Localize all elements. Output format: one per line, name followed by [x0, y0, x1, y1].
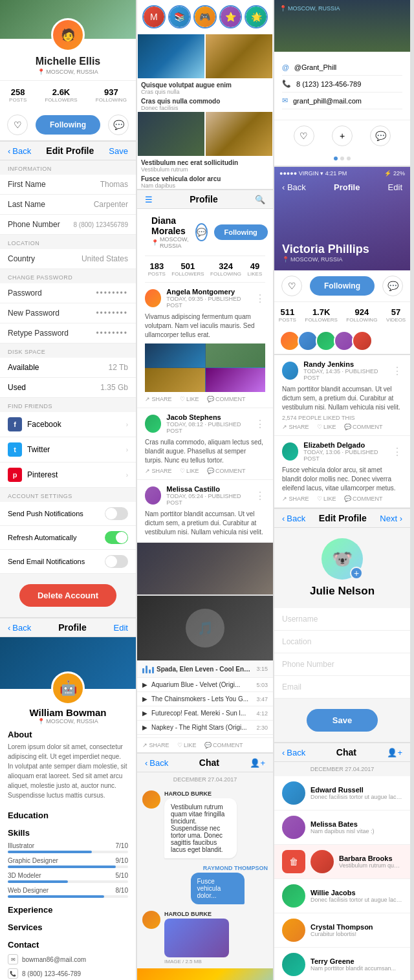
username-input[interactable]: Username — [274, 608, 410, 631]
gallery-avatar-5[interactable]: 🌟 — [245, 5, 268, 28]
chat-barbara[interactable]: 🗑 Barbara Brooks Vestibulum rutrum quam … — [274, 845, 410, 879]
gallery-avatar-1[interactable]: M — [142, 5, 166, 28]
back-button[interactable]: ‹ Back — [8, 146, 31, 156]
like-action[interactable]: ♡ LIKE — [177, 742, 197, 748]
victoria-actions: ♡ Following 💬 — [274, 270, 410, 301]
back-button[interactable]: ‹ Back — [282, 514, 305, 523]
following-button[interactable]: Following — [36, 115, 100, 135]
like-action[interactable]: ♡ LIKE — [180, 468, 199, 474]
following-button[interactable]: Following — [310, 276, 375, 296]
comment-action[interactable]: 💬 COMMENT — [207, 468, 246, 474]
share-action[interactable]: ↗ SHARE — [145, 396, 172, 402]
add-photo-button[interactable]: + — [350, 567, 363, 580]
refresh-toggle[interactable] — [105, 531, 128, 544]
more-icon[interactable]: ⋮ — [255, 418, 265, 430]
gallery-img-1[interactable] — [137, 34, 205, 79]
delete-icon[interactable]: 🗑 — [282, 850, 305, 873]
gallery-caption-4: Fusce vehicula dolor arcu Nam dapibus — [137, 173, 273, 189]
back-button[interactable]: ‹ Back — [8, 623, 31, 633]
more-icon[interactable]: ⋮ — [392, 446, 402, 458]
phone-input[interactable]: Phone Number — [274, 653, 410, 676]
chat-melissa[interactable]: Melissa Bates Nam dapibus nisl vitae :) — [274, 811, 410, 845]
grant-cover: 📍 MOSCOW, RUSSIA — [274, 0, 410, 52]
back-button[interactable]: ‹ Back — [282, 182, 306, 192]
chat-willie[interactable]: Willie Jacobs Donec facilisis tortor ut … — [274, 879, 410, 913]
search-button[interactable]: 🔍 — [255, 195, 265, 204]
last-name-field[interactable]: Last Name Carpenter — [0, 195, 136, 215]
diana-followers-stat: 501 FOLLOWERS — [171, 261, 204, 277]
share-action[interactable]: ↗ SHARE — [282, 495, 309, 502]
twitter-row[interactable]: t Twitter › — [0, 437, 136, 463]
heart-button[interactable]: ♡ — [7, 114, 28, 135]
post-melissa: Melissa Castillo TODAY, 05:24 · PUBLISHE… — [137, 480, 273, 543]
gallery-avatar-2[interactable]: 📚 — [168, 5, 191, 28]
email-toggle[interactable] — [105, 555, 128, 568]
gallery-img-3[interactable] — [137, 111, 205, 157]
heart-action-icon[interactable]: ♡ — [294, 125, 314, 146]
like-action[interactable]: ♡ LIKE — [317, 424, 336, 430]
gallery-avatar-4[interactable]: ⭐ — [219, 5, 243, 28]
chat-button[interactable]: 💬 — [108, 114, 129, 135]
edit-action[interactable]: Edit — [388, 182, 402, 192]
heart-button[interactable]: ♡ — [281, 276, 302, 296]
track-2[interactable]: ▶ The Chainsmokers - Lets You G... 3:47 — [137, 692, 273, 706]
play-icon: ▶ — [142, 724, 147, 731]
julie-avatar: 🐨 + — [321, 538, 363, 580]
share-action[interactable]: ↗ SHARE — [282, 424, 309, 430]
chat-action-icon[interactable]: 💬 — [370, 125, 391, 146]
country-field[interactable]: Country United States — [0, 249, 136, 269]
willie-avatar — [282, 884, 305, 908]
plus-action-icon[interactable]: + — [332, 125, 353, 146]
password-field[interactable]: Password •••••••• — [0, 283, 136, 303]
track-4[interactable]: ▶ Napkey - The Right Stars (Origi... 2:3… — [137, 721, 273, 735]
comment-action[interactable]: 💬 COMMENT — [204, 742, 243, 748]
chat-crystal[interactable]: Crystal Thompson Curabitur lobortis! — [274, 913, 410, 948]
new-password-field[interactable]: New Password •••••••• — [0, 303, 136, 323]
like-action[interactable]: ♡ LIKE — [317, 495, 336, 502]
retype-password-field[interactable]: Retype Password •••••••• — [0, 323, 136, 343]
gallery-avatar-3[interactable]: 🎮 — [193, 5, 217, 28]
diana-chat-button[interactable]: 💬 — [195, 223, 208, 241]
chat-date: DECEMBER 27.04.2017 — [274, 762, 410, 776]
chat-terry[interactable]: Terry Greene Nam porttitor blandit accum… — [274, 948, 410, 980]
add-chat-icon[interactable]: 👤+ — [387, 748, 402, 757]
more-icon[interactable]: ⋮ — [255, 490, 265, 502]
back-button[interactable]: ‹ Back — [282, 748, 305, 757]
jacob-avatar — [145, 415, 161, 433]
gallery-img-2[interactable] — [205, 34, 273, 79]
back-button[interactable]: ‹ Back — [145, 758, 168, 768]
share-action[interactable]: ↗ SHARE — [142, 742, 169, 748]
victoria-cover: ●●●●● VIRGIN ▾ 4:21 PM ⚡ 22% ‹ Back Prof… — [274, 167, 410, 270]
comment-action[interactable]: 💬 COMMENT — [207, 396, 246, 402]
first-name-field[interactable]: First Name Thomas — [0, 175, 136, 195]
phone-field[interactable]: Phone Number 8 (800) 123456789 — [0, 215, 136, 235]
comment-action[interactable]: 💬 COMMENT — [344, 424, 383, 430]
chat-button[interactable]: 💬 — [382, 276, 403, 296]
grant-action-icons: ♡ + 💬 — [274, 120, 410, 151]
grant-email-field: ✉ grant_phill@mail.com — [282, 93, 402, 109]
track-3[interactable]: ▶ Futurecop! Feat. Mereki - Sun l... 4:1… — [137, 706, 273, 721]
save-button[interactable]: Save — [307, 709, 378, 732]
email-input[interactable]: Email — [274, 676, 410, 699]
track-1[interactable]: ▶ Aquarium Blue - Velvet (Origi... 5:03 — [137, 678, 273, 692]
location-input[interactable]: Location — [274, 631, 410, 653]
gallery-img-4[interactable] — [205, 111, 273, 157]
comment-action[interactable]: 💬 COMMENT — [344, 495, 383, 502]
delete-account-button[interactable]: Delete Account — [19, 584, 116, 607]
pinterest-row[interactable]: p Pinterest › — [0, 463, 136, 488]
diana-follow-button[interactable]: Following — [214, 224, 268, 240]
push-toggle[interactable] — [105, 507, 128, 520]
more-icon[interactable]: ⋮ — [392, 365, 402, 377]
back-button[interactable]: ☰ — [145, 195, 153, 204]
raymond-bubble-1: Fusce vehicula dolor... — [191, 873, 245, 904]
add-user-icon[interactable]: 👤+ — [250, 758, 265, 768]
chat-edward[interactable]: Edward Russell Donec facilisis tortor ut… — [274, 776, 410, 811]
harold-message-2: HAROLD BURKE IMAGE / 2.5 MB — [137, 907, 273, 968]
like-action[interactable]: ♡ LIKE — [180, 396, 199, 402]
share-action[interactable]: ↗ SHARE — [145, 468, 172, 474]
victoria-followers-stat: 1.7K FOLLOWERS — [305, 307, 338, 323]
more-icon[interactable]: ⋮ — [255, 292, 265, 305]
facebook-row[interactable]: f Facebook › — [0, 412, 136, 437]
save-action[interactable]: Save — [109, 146, 128, 156]
next-action[interactable]: Next › — [380, 514, 402, 523]
